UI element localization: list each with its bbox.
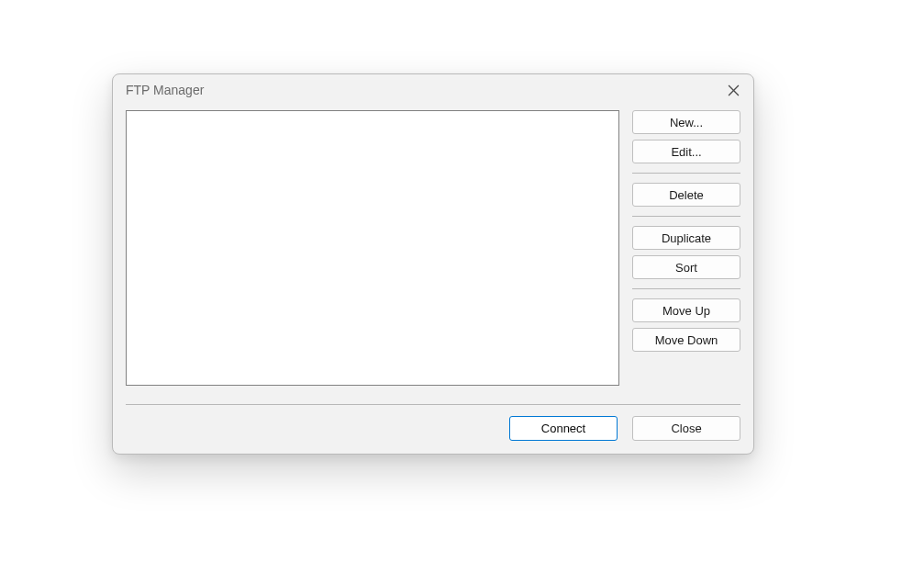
ftp-manager-dialog: FTP Manager New... Edit... Delete Duplic… [112,73,754,455]
separator [126,404,740,405]
bottom-button-bar: Connect Close [126,416,740,441]
titlebar: FTP Manager [113,74,753,105]
close-icon[interactable] [724,81,742,99]
dialog-title: FTP Manager [126,83,204,97]
sort-button[interactable]: Sort [632,255,740,279]
separator [632,173,740,174]
separator [632,216,740,217]
move-down-button[interactable]: Move Down [632,328,740,352]
separator [632,288,740,289]
side-button-column: New... Edit... Delete Duplicate Sort Mov… [632,110,740,352]
dialog-content: New... Edit... Delete Duplicate Sort Mov… [113,105,753,454]
connect-button[interactable]: Connect [509,416,618,441]
connections-listbox[interactable] [126,110,619,386]
upper-area: New... Edit... Delete Duplicate Sort Mov… [126,110,740,386]
move-up-button[interactable]: Move Up [632,298,740,322]
close-button[interactable]: Close [632,416,740,441]
duplicate-button[interactable]: Duplicate [632,226,740,250]
edit-button[interactable]: Edit... [632,140,740,163]
new-button[interactable]: New... [632,110,740,134]
delete-button[interactable]: Delete [632,183,740,207]
